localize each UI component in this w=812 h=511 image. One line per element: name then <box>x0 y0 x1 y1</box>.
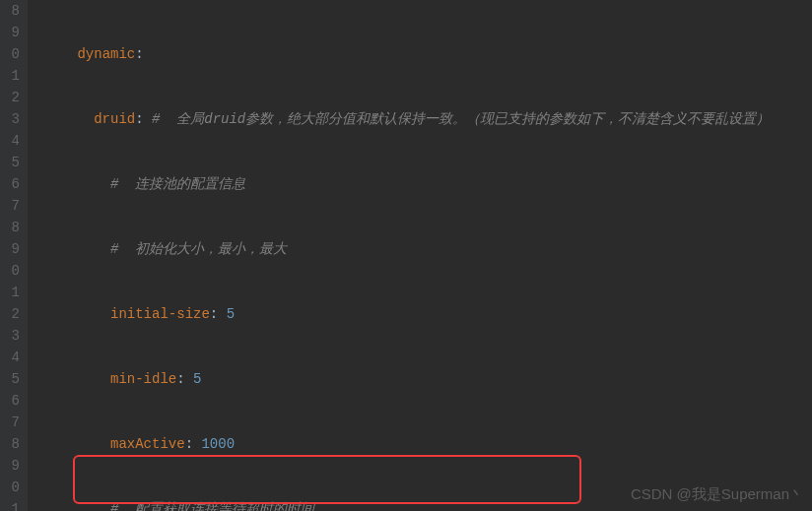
line-number: 7 <box>4 412 20 433</box>
code-line[interactable]: dynamic: <box>28 43 770 65</box>
line-number: 9 <box>4 238 20 260</box>
line-number: 0 <box>4 43 20 65</box>
code-line[interactable]: min-idle: 5 <box>28 368 770 390</box>
line-number: 9 <box>4 455 20 477</box>
line-number: 2 <box>4 87 20 108</box>
line-number: 5 <box>4 152 20 173</box>
yaml-key: druid <box>94 111 135 127</box>
comment: # 全局druid参数，绝大部分值和默认保持一致。（现已支持的参数如下，不清楚含… <box>152 111 770 127</box>
yaml-value: 5 <box>227 306 235 322</box>
line-number-gutter: 8 9 0 1 2 3 4 5 6 7 8 9 0 1 2 3 4 5 6 7 … <box>0 0 28 511</box>
yaml-key: min-idle <box>110 371 176 387</box>
code-line[interactable]: maxActive: 1000 <box>28 433 770 455</box>
watermark: CSDN @我是Superman丶 <box>631 483 804 505</box>
line-number: 8 <box>4 217 20 238</box>
comment: # 初始化大小，最小，最大 <box>110 241 287 257</box>
code-line[interactable]: druid: # 全局druid参数，绝大部分值和默认保持一致。（现已支持的参数… <box>28 108 770 130</box>
code-line[interactable]: # 初始化大小，最小，最大 <box>28 238 770 260</box>
yaml-key: dynamic <box>77 46 135 62</box>
line-number: 4 <box>4 347 20 368</box>
yaml-value: 5 <box>193 371 201 387</box>
annotation-highlight-box <box>73 455 581 504</box>
yaml-value: 1000 <box>201 436 235 452</box>
yaml-key: maxActive <box>110 436 185 452</box>
line-number: 4 <box>4 130 20 152</box>
line-number: 3 <box>4 108 20 130</box>
line-number: 1 <box>4 65 20 87</box>
code-area[interactable]: dynamic: druid: # 全局druid参数，绝大部分值和默认保持一致… <box>28 0 770 511</box>
line-number: 2 <box>4 303 20 325</box>
line-number: 3 <box>4 325 20 347</box>
line-number: 6 <box>4 173 20 195</box>
code-editor[interactable]: 8 9 0 1 2 3 4 5 6 7 8 9 0 1 2 3 4 5 6 7 … <box>0 0 812 511</box>
line-number: 8 <box>4 433 20 455</box>
line-number: 1 <box>4 282 20 303</box>
line-number: 0 <box>4 260 20 282</box>
line-number: 0 <box>4 477 20 498</box>
line-number: 5 <box>4 368 20 390</box>
code-line[interactable]: initial-size: 5 <box>28 303 770 325</box>
line-number: 6 <box>4 390 20 412</box>
code-line[interactable]: # 连接池的配置信息 <box>28 173 770 195</box>
line-number: 9 <box>4 22 20 43</box>
comment: # 连接池的配置信息 <box>110 176 245 192</box>
line-number: 1 <box>4 498 20 511</box>
yaml-key: initial-size <box>110 306 210 322</box>
line-number: 7 <box>4 195 20 217</box>
line-number: 8 <box>4 0 20 22</box>
